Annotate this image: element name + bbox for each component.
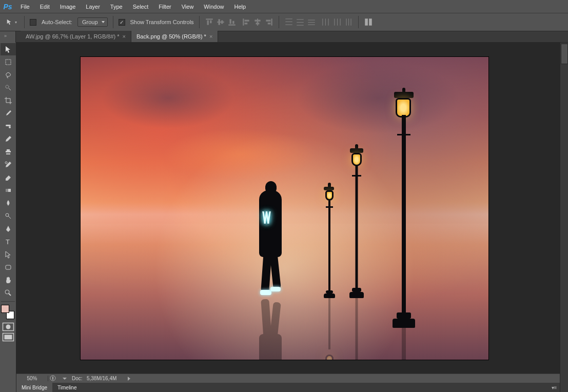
color-swatches[interactable]: [1, 305, 14, 319]
distribute-top-icon[interactable]: [284, 17, 293, 27]
rectangle-tool[interactable]: [1, 261, 16, 273]
auto-select-checkbox[interactable]: [30, 19, 36, 26]
right-panel-strip[interactable]: [560, 43, 568, 392]
silhouette-reflection: \/\/: [250, 298, 291, 360]
svg-rect-7: [229, 19, 231, 24]
show-transform-label: Show Transform Controls: [130, 19, 194, 25]
menu-select[interactable]: Select: [128, 0, 154, 13]
type-tool[interactable]: T: [1, 236, 16, 248]
tab-overflow-icon[interactable]: »: [4, 33, 7, 38]
distribute-bottom-icon[interactable]: [307, 17, 316, 27]
document-tab-2[interactable]: Back.png @ 50% (RGB/8) * ×: [131, 31, 218, 42]
menu-image[interactable]: Image: [55, 0, 81, 13]
eyedropper-tool[interactable]: [1, 107, 16, 120]
svg-rect-47: [6, 265, 11, 269]
panel-expand-handle[interactable]: [561, 44, 568, 64]
screen-mode-toggle[interactable]: [2, 332, 14, 342]
menu-help[interactable]: Help: [229, 0, 251, 13]
lamp-reflection: [388, 328, 419, 360]
zoom-level-field[interactable]: 50%: [16, 376, 48, 381]
distribute-hcenter-icon[interactable]: [332, 17, 342, 27]
align-bottom-icon[interactable]: [227, 17, 237, 27]
marquee-tool[interactable]: [1, 56, 16, 68]
svg-rect-27: [322, 18, 323, 26]
align-vcenter-icon[interactable]: [216, 17, 225, 27]
dodge-tool[interactable]: [1, 210, 16, 222]
document-canvas[interactable]: \/\/ \/\/: [81, 57, 488, 360]
close-icon[interactable]: ×: [209, 33, 212, 40]
svg-rect-15: [271, 18, 272, 26]
play-icon[interactable]: [128, 377, 130, 381]
menu-file[interactable]: File: [15, 0, 35, 13]
svg-rect-24: [308, 20, 315, 21]
pen-tool[interactable]: [1, 223, 16, 235]
svg-rect-44: [6, 189, 8, 192]
svg-point-41: [9, 126, 11, 128]
menu-edit[interactable]: Edit: [35, 0, 55, 13]
menu-view[interactable]: View: [177, 0, 199, 13]
svg-rect-8: [232, 21, 234, 24]
chevron-down-icon: [63, 378, 67, 380]
blur-tool[interactable]: [1, 197, 16, 209]
menu-layer[interactable]: Layer: [81, 0, 105, 13]
align-right-icon[interactable]: [264, 17, 273, 27]
svg-rect-21: [297, 19, 304, 19]
workspace[interactable]: \/\/ \/\/: [16, 43, 560, 374]
menu-bar: Ps File Edit Image Layer Type Select Fil…: [0, 0, 568, 13]
move-tool[interactable]: [1, 43, 16, 55]
quick-select-tool[interactable]: [1, 82, 16, 94]
close-icon[interactable]: ×: [123, 33, 126, 40]
document-tab-1[interactable]: AW.jpg @ 66,7% (Layer 1, RGB/8#) * ×: [21, 31, 131, 42]
cloud: [296, 62, 460, 134]
svg-rect-26: [308, 25, 315, 25]
quick-mask-toggle[interactable]: [2, 322, 14, 331]
app-logo[interactable]: Ps: [0, 0, 15, 13]
svg-rect-37: [369, 18, 372, 26]
document-tab-bar: » AW.jpg @ 66,7% (Layer 1, RGB/8#) * × B…: [0, 31, 568, 43]
zoom-tool[interactable]: [1, 287, 16, 299]
distribute-right-icon[interactable]: [344, 17, 353, 27]
toolbox: T: [0, 43, 16, 392]
menu-window[interactable]: Window: [199, 0, 229, 13]
align-hcenter-icon[interactable]: [253, 17, 262, 27]
tab-timeline[interactable]: Timeline: [52, 383, 82, 392]
status-preview-icon[interactable]: [48, 375, 57, 382]
eraser-tool[interactable]: [1, 171, 16, 184]
path-select-tool[interactable]: [1, 248, 16, 261]
svg-rect-38: [6, 60, 11, 65]
arrange-icon[interactable]: [364, 17, 373, 27]
svg-text:T: T: [6, 238, 10, 246]
menu-type[interactable]: Type: [105, 0, 128, 13]
history-brush-tool[interactable]: [1, 159, 16, 171]
tab-mini-bridge[interactable]: Mini Bridge: [16, 383, 52, 392]
svg-point-48: [5, 290, 9, 294]
clone-stamp-tool[interactable]: [1, 146, 16, 158]
crop-tool[interactable]: [1, 94, 16, 107]
hand-tool[interactable]: [1, 274, 16, 286]
panel-menu-icon[interactable]: ▾≡: [549, 385, 560, 390]
document-info[interactable]: Doc: 5,38M/16,4M: [57, 376, 125, 381]
lamp-post-medium: [346, 144, 367, 298]
svg-rect-12: [257, 18, 258, 26]
svg-rect-52: [4, 335, 12, 340]
auto-select-label: Auto-Select:: [42, 19, 72, 25]
distribute-left-icon[interactable]: [321, 17, 330, 27]
align-left-icon[interactable]: [242, 17, 251, 27]
lamp-reflection: [322, 298, 337, 360]
distribute-vcenter-icon[interactable]: [296, 17, 305, 27]
auto-select-target-dropdown[interactable]: Group: [77, 17, 108, 27]
foreground-swatch[interactable]: [1, 305, 9, 313]
figure-logo: \/\/: [262, 208, 269, 227]
status-bar: 50% Doc: 5,38M/16,4M: [16, 374, 560, 383]
menu-filter[interactable]: Filter: [153, 0, 176, 13]
divider: [1, 301, 15, 302]
align-top-icon[interactable]: [205, 17, 214, 27]
lasso-tool[interactable]: [1, 69, 16, 81]
healing-brush-tool[interactable]: [1, 120, 16, 132]
svg-rect-17: [267, 23, 270, 24]
svg-rect-2: [210, 21, 211, 24]
show-transform-checkbox[interactable]: [119, 19, 125, 26]
gradient-tool[interactable]: [1, 184, 16, 197]
brush-tool[interactable]: [1, 133, 16, 145]
current-tool-indicator[interactable]: ▾: [4, 18, 19, 26]
